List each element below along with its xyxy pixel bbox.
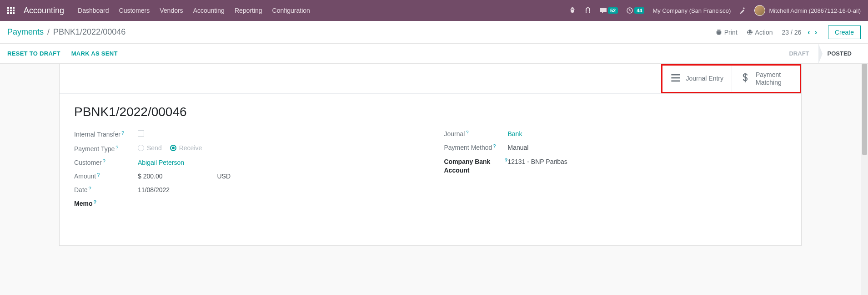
- pager: 23 / 26 ‹ ›: [782, 28, 818, 36]
- main-navbar: Accounting Dashboard Customers Vendors A…: [0, 0, 868, 21]
- create-button[interactable]: Create: [828, 25, 861, 39]
- breadcrumb-current: PBNK1/2022/00046: [53, 27, 125, 37]
- breadcrumb-parent[interactable]: Payments: [7, 27, 44, 37]
- help-icon[interactable]: ?: [466, 130, 468, 135]
- pager-next[interactable]: ›: [813, 28, 819, 36]
- right-column: Journal? Bank Payment Method? Manual Com…: [444, 130, 787, 214]
- control-bar: Payments / PBNK1/2022/00046 Print Action…: [0, 21, 868, 44]
- label-amount: Amount?: [74, 173, 138, 180]
- button-box: Journal Entry Payment Matching: [60, 64, 801, 94]
- pager-prev[interactable]: ‹: [806, 28, 812, 36]
- main-area: Journal Entry Payment Matching PBNK1/202…: [0, 64, 868, 295]
- radio-send[interactable]: Send: [138, 144, 162, 152]
- bank-account-value: 12131 - BNP Paribas: [508, 158, 787, 165]
- label-memo: Memo?: [74, 200, 138, 207]
- app-brand[interactable]: Accounting: [24, 6, 64, 15]
- user-name: Mitchell Admin (20867112-16-0-all): [769, 7, 861, 14]
- svg-rect-3: [671, 77, 680, 79]
- radio-receive[interactable]: Receive: [170, 144, 202, 152]
- print-button[interactable]: Print: [716, 29, 738, 36]
- scrollbar[interactable]: [861, 64, 868, 295]
- svg-rect-4: [671, 81, 680, 82]
- breadcrumb: Payments / PBNK1/2022/00046: [7, 27, 125, 37]
- payment-method-value: Manual: [508, 144, 787, 151]
- status-posted[interactable]: POSTED: [818, 44, 861, 63]
- payment-matching-button[interactable]: Payment Matching: [732, 66, 800, 92]
- nav-accounting[interactable]: Accounting: [193, 7, 225, 14]
- messages-badge: 52: [608, 7, 618, 14]
- mark-as-sent-button[interactable]: MARK AS SENT: [71, 50, 118, 57]
- label-internal-transfer: Internal Transfer?: [74, 131, 138, 138]
- messages-icon[interactable]: 52: [600, 7, 618, 14]
- label-payment-type: Payment Type?: [74, 145, 138, 153]
- nav-menu: Dashboard Customers Vendors Accounting R…: [78, 7, 310, 14]
- scroll-thumb[interactable]: [862, 64, 867, 155]
- tools-icon[interactable]: [739, 7, 746, 14]
- payment-type-radio: Send Receive: [138, 144, 417, 152]
- label-bank-account: Company Bank Account?: [444, 158, 508, 175]
- dollar-icon: [740, 73, 750, 84]
- activities-icon[interactable]: 44: [626, 7, 644, 14]
- record-title: PBNK1/2022/00046: [74, 105, 787, 119]
- svg-rect-2: [671, 74, 680, 76]
- form-sheet: Journal Entry Payment Matching PBNK1/202…: [59, 64, 802, 246]
- help-icon[interactable]: ?: [97, 172, 100, 178]
- pager-count[interactable]: 23 / 26: [782, 29, 801, 36]
- journal-link[interactable]: Bank: [508, 130, 522, 137]
- currency-value: USD: [217, 173, 231, 180]
- help-icon[interactable]: ?: [505, 157, 508, 164]
- nav-vendors[interactable]: Vendors: [160, 7, 183, 14]
- label-date: Date?: [74, 186, 138, 193]
- label-journal: Journal?: [444, 130, 508, 137]
- list-icon: [671, 73, 681, 84]
- user-menu[interactable]: Mitchell Admin (20867112-16-0-all): [754, 5, 861, 16]
- apps-icon[interactable]: [7, 7, 15, 14]
- breadcrumb-sep: /: [47, 27, 50, 37]
- help-icon[interactable]: ?: [115, 145, 118, 150]
- avatar: [754, 5, 765, 16]
- bug-icon[interactable]: [569, 7, 576, 14]
- status-draft[interactable]: DRAFT: [780, 44, 818, 63]
- nav-customers[interactable]: Customers: [119, 7, 150, 14]
- status-bar: RESET TO DRAFT MARK AS SENT DRAFT POSTED: [0, 44, 868, 64]
- action-button[interactable]: Action: [747, 29, 773, 36]
- nav-reporting[interactable]: Reporting: [235, 7, 262, 14]
- support-icon[interactable]: [584, 7, 592, 14]
- help-icon[interactable]: ?: [89, 186, 91, 191]
- internal-transfer-checkbox[interactable]: [138, 130, 144, 137]
- customer-link[interactable]: Abigail Peterson: [138, 159, 184, 166]
- label-customer: Customer?: [74, 159, 138, 166]
- journal-entry-button[interactable]: Journal Entry: [662, 66, 732, 92]
- left-column: Internal Transfer? Payment Type? Send Re…: [74, 130, 417, 214]
- help-icon[interactable]: ?: [93, 199, 96, 205]
- date-value: 11/08/2022: [138, 186, 417, 193]
- help-icon[interactable]: ?: [493, 143, 496, 149]
- amount-value: $ 200.00: [138, 173, 163, 180]
- help-icon[interactable]: ?: [121, 130, 124, 136]
- help-icon[interactable]: ?: [103, 158, 105, 164]
- nav-dashboard[interactable]: Dashboard: [78, 7, 109, 14]
- label-payment-method: Payment Method?: [444, 144, 508, 151]
- company-selector[interactable]: My Company (San Francisco): [652, 7, 731, 14]
- nav-configuration[interactable]: Configuration: [272, 7, 310, 14]
- activities-badge: 44: [634, 7, 644, 14]
- reset-to-draft-button[interactable]: RESET TO DRAFT: [7, 50, 60, 57]
